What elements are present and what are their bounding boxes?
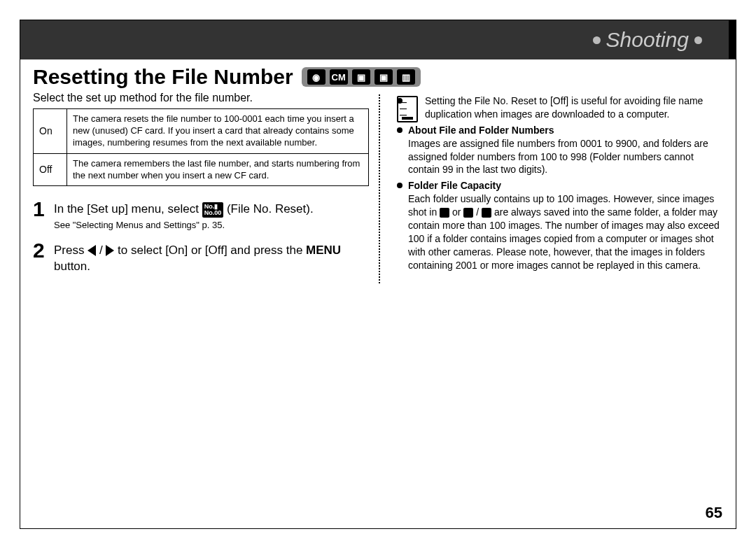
title-row: Resetting the File Number ◉ CM ▣ ▣ ▥ — [20, 59, 736, 92]
settings-table: On The camera resets the file number to … — [33, 108, 369, 186]
bullet-icon — [694, 36, 702, 44]
arrow-right-icon — [106, 245, 114, 256]
section-title: Shooting — [606, 28, 689, 52]
step-number: 2 — [33, 240, 54, 261]
step-text-post: button. — [54, 260, 90, 273]
bullet-icon — [593, 36, 601, 44]
left-column: Select the set up method for the file nu… — [33, 92, 369, 283]
setting-on-desc: The camera resets the file number to 100… — [67, 109, 369, 154]
stitch-mode-icon — [463, 208, 473, 218]
page-title: Resetting the File Number — [33, 65, 293, 89]
step-body: Press / to select [On] or [Off] and pres… — [54, 240, 369, 275]
step-text-mid: to select [On] or [Off] and press the — [118, 244, 306, 257]
setting-off-label: Off — [34, 153, 67, 186]
column-divider — [379, 94, 380, 283]
notes-list: Setting the File No. Reset to [Off] is u… — [397, 94, 723, 272]
note-item: Folder File Capacity Each folder usually… — [397, 179, 723, 271]
page-number: 65 — [706, 504, 722, 522]
note-body: Each folder usually contains up to 100 i… — [408, 192, 723, 271]
header-accent — [729, 20, 736, 59]
intro-text: Select the set up method for the file nu… — [33, 92, 369, 104]
page-frame: Shooting Resetting the File Number ◉ CM … — [20, 20, 736, 529]
file-no-reset-icon: No.▮No.00 — [202, 202, 224, 218]
step-text-post: (File No. Reset). — [227, 202, 314, 216]
mode-camera-icon: ◉ — [307, 69, 326, 85]
mode-stitch-icon: ▣ — [352, 69, 370, 85]
mode-stitch2-icon: ▣ — [374, 69, 393, 85]
mode-cm-icon: CM — [330, 69, 348, 85]
step-1: 1 In the [Set up] menu, select No.▮No.00… — [33, 199, 369, 231]
step-number: 1 — [33, 199, 54, 220]
step-body: In the [Set up] menu, select No.▮No.00 (… — [54, 199, 369, 231]
mode-icons-group: ◉ CM ▣ ▣ ▥ — [302, 67, 421, 87]
content-columns: Select the set up method for the file nu… — [20, 92, 736, 283]
note-text: Setting the File No. Reset to [Off] is u… — [425, 95, 703, 120]
note-heading: About File and Folder Numbers — [408, 125, 554, 136]
stitch-mode-icon — [440, 208, 449, 218]
setting-on-label: On — [34, 109, 67, 154]
note-fragment: or — [449, 206, 463, 218]
right-column: — —— — Setting the File No. Reset to [Of… — [390, 92, 723, 283]
stitch-mode-icon — [482, 208, 491, 218]
menu-button-label: MENU — [306, 244, 341, 257]
note-item: About File and Folder Numbers Images are… — [397, 124, 723, 177]
arrow-left-icon — [88, 245, 96, 256]
setting-off-desc: The camera remembers the last file numbe… — [67, 153, 369, 186]
step-subtext: See "Selecting Menus and Settings" p. 35… — [54, 219, 369, 232]
note-item: Setting the File No. Reset to [Off] is u… — [397, 94, 723, 121]
table-row: Off The camera remembers the last file n… — [34, 153, 369, 186]
step-text-pre: Press — [54, 244, 88, 257]
table-row: On The camera resets the file number to … — [34, 109, 369, 154]
mode-movie-icon: ▥ — [397, 69, 415, 85]
note-heading: Folder File Capacity — [408, 180, 501, 191]
note-body: Images are assigned file numbers from 00… — [408, 137, 723, 177]
note-fragment: / — [473, 206, 482, 218]
section-header: Shooting — [20, 20, 736, 59]
step-2: 2 Press / to select [On] or [Off] and pr… — [33, 240, 369, 275]
step-text-pre: In the [Set up] menu, select — [54, 202, 202, 216]
